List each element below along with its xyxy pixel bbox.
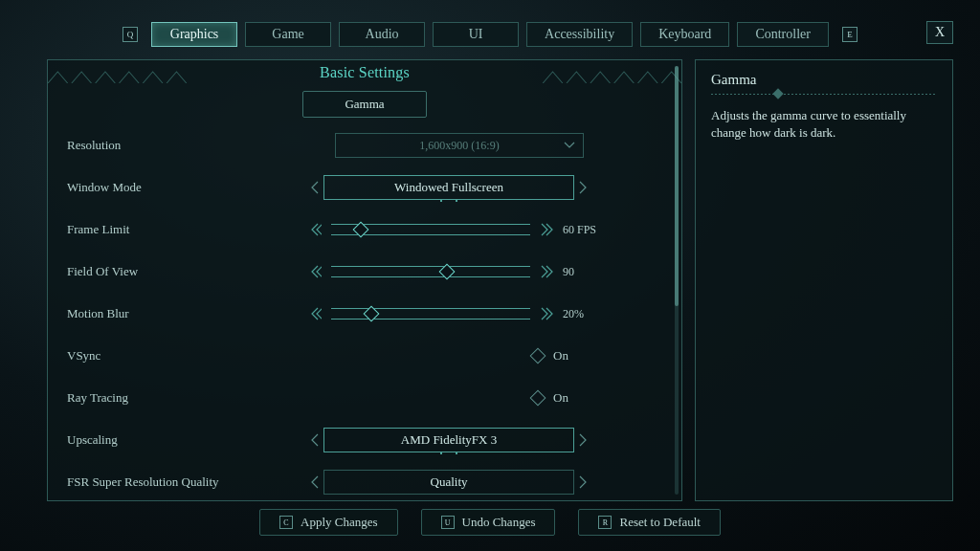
upscaling-label: Upscaling bbox=[67, 432, 325, 448]
next-tab-key-hint: E bbox=[842, 27, 858, 42]
window-mode-next-arrow[interactable] bbox=[576, 179, 590, 196]
vsync-label: VSync bbox=[67, 348, 325, 364]
tab-ui[interactable]: UI bbox=[433, 22, 519, 47]
undo-label: Undo Changes bbox=[462, 515, 536, 530]
motion-blur-label: Motion Blur bbox=[67, 306, 325, 321]
vsync-toggle[interactable] bbox=[530, 348, 546, 364]
fov-decrease[interactable] bbox=[308, 262, 322, 281]
upscaling-value: AMD FidelityFX 3 bbox=[401, 432, 497, 448]
motion-blur-slider[interactable] bbox=[331, 308, 530, 320]
tab-controller[interactable]: Controller bbox=[737, 22, 829, 47]
motion-blur-value: 20% bbox=[563, 307, 601, 321]
window-mode-prev-arrow[interactable] bbox=[308, 179, 322, 196]
ray-tracing-toggle[interactable] bbox=[530, 390, 546, 407]
vsync-value: On bbox=[553, 348, 568, 364]
slider-thumb-icon[interactable] bbox=[438, 264, 455, 280]
row-window-mode: Window Mode Windowed Fullscreen bbox=[67, 169, 666, 206]
tab-accessibility[interactable]: Accessibility bbox=[526, 22, 633, 47]
motion-blur-increase[interactable] bbox=[540, 304, 553, 323]
window-mode-selector[interactable]: Windowed Fullscreen bbox=[323, 175, 574, 200]
prev-tab-key-hint: Q bbox=[122, 27, 138, 42]
fov-slider[interactable] bbox=[331, 266, 530, 277]
close-button[interactable]: X bbox=[926, 21, 953, 44]
row-fov: Field Of View 90 bbox=[67, 253, 666, 290]
frame-limit-value: 60 FPS bbox=[563, 223, 601, 237]
tab-audio[interactable]: Audio bbox=[339, 22, 425, 47]
window-mode-label: Window Mode bbox=[67, 180, 325, 195]
frame-limit-slider[interactable] bbox=[331, 224, 530, 235]
fsr-quality-prev-arrow[interactable] bbox=[308, 474, 322, 491]
decorative-divider bbox=[711, 90, 937, 99]
ray-tracing-label: Ray Tracing bbox=[67, 390, 325, 406]
info-title: Gamma bbox=[711, 72, 937, 88]
apply-changes-button[interactable]: C Apply Changes bbox=[259, 509, 398, 536]
row-ray-tracing: Ray Tracing On bbox=[67, 380, 666, 416]
ray-tracing-value: On bbox=[553, 390, 568, 406]
reset-default-button[interactable]: R Reset to Default bbox=[578, 509, 720, 536]
apply-key-hint: C bbox=[279, 516, 293, 529]
motion-blur-decrease[interactable] bbox=[308, 304, 322, 323]
undo-key-hint: U bbox=[441, 516, 455, 529]
frame-limit-decrease[interactable] bbox=[308, 220, 322, 239]
tab-keyboard[interactable]: Keyboard bbox=[640, 22, 729, 47]
upscaling-selector[interactable]: AMD FidelityFX 3 bbox=[323, 428, 574, 452]
resolution-dropdown[interactable]: 1,600x900 (16:9) bbox=[335, 133, 584, 158]
frame-limit-label: Frame Limit bbox=[67, 222, 325, 237]
info-panel: Gamma Adjusts the gamma curve to essenti… bbox=[695, 59, 953, 501]
info-body: Adjusts the gamma curve to essentially c… bbox=[711, 107, 937, 142]
fov-label: Field Of View bbox=[67, 264, 325, 279]
fsr-quality-value: Quality bbox=[431, 474, 468, 490]
row-vsync: VSync On bbox=[67, 338, 666, 374]
row-motion-blur: Motion Blur 20% bbox=[67, 296, 666, 332]
scrollbar-thumb[interactable] bbox=[675, 66, 679, 306]
fsr-quality-next-arrow[interactable] bbox=[576, 474, 590, 491]
upscaling-prev-arrow[interactable] bbox=[308, 431, 322, 449]
fsr-quality-label: FSR Super Resolution Quality bbox=[67, 474, 325, 490]
tab-graphics[interactable]: Graphics bbox=[151, 22, 237, 47]
settings-scrollbar[interactable] bbox=[675, 66, 679, 495]
tab-game[interactable]: Game bbox=[245, 22, 331, 47]
row-upscaling: Upscaling AMD FidelityFX 3 bbox=[67, 422, 666, 458]
row-frame-limit: Frame Limit 60 FPS bbox=[67, 211, 666, 248]
section-title: Basic Settings bbox=[63, 64, 666, 81]
gamma-button[interactable]: Gamma bbox=[302, 91, 427, 118]
chevron-down-icon bbox=[564, 142, 575, 149]
fov-value: 90 bbox=[563, 265, 601, 279]
frame-limit-increase[interactable] bbox=[540, 220, 553, 239]
reset-key-hint: R bbox=[598, 516, 612, 529]
resolution-value: 1,600x900 (16:9) bbox=[419, 139, 499, 153]
resolution-label: Resolution bbox=[67, 138, 325, 153]
upscaling-next-arrow[interactable] bbox=[576, 431, 590, 449]
settings-panel: Basic Settings Gamma Resolution 1,600x90… bbox=[47, 59, 682, 501]
fsr-quality-selector[interactable]: Quality bbox=[323, 470, 574, 495]
slider-thumb-icon[interactable] bbox=[363, 306, 379, 322]
reset-label: Reset to Default bbox=[619, 515, 700, 530]
apply-label: Apply Changes bbox=[301, 515, 378, 530]
slider-thumb-icon[interactable] bbox=[353, 222, 369, 238]
bottom-button-bar: C Apply Changes U Undo Changes R Reset t… bbox=[0, 509, 980, 536]
row-resolution: Resolution 1,600x900 (16:9) bbox=[67, 127, 666, 164]
top-tab-bar: Q Graphics Game Audio UI Accessibility K… bbox=[0, 22, 980, 47]
undo-changes-button[interactable]: U Undo Changes bbox=[421, 509, 556, 536]
settings-list: Resolution 1,600x900 (16:9) Window Mode bbox=[63, 127, 666, 500]
window-mode-value: Windowed Fullscreen bbox=[394, 180, 503, 195]
row-fsr-quality: FSR Super Resolution Quality Quality bbox=[67, 464, 666, 500]
fov-increase[interactable] bbox=[540, 262, 553, 281]
